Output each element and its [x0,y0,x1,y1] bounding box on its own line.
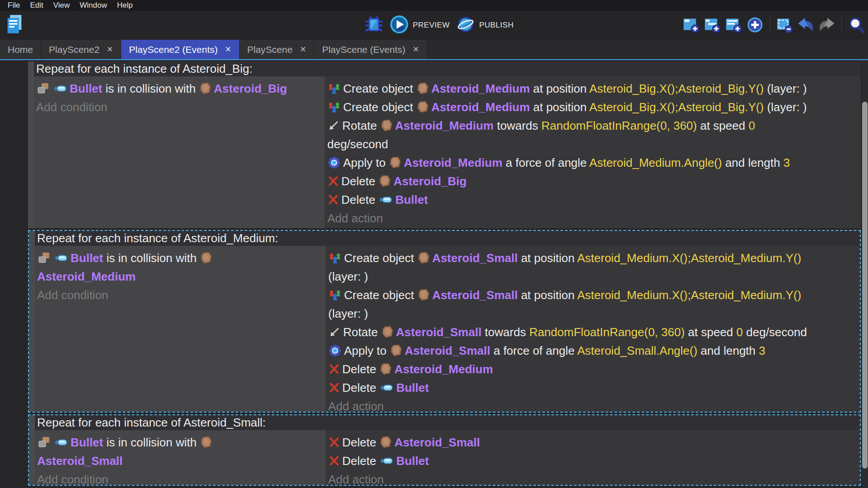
tab-playscene-events-[interactable]: PlayScene (Events)✕ [314,40,427,59]
event-header[interactable]: Repeat for each instance of Asteroid_Big… [34,61,861,76]
action-row[interactable]: Create object Asteroid_Medium at positio… [327,98,861,117]
tab-close-icon[interactable]: ✕ [107,46,113,53]
add-action-button[interactable]: Add action [328,470,860,485]
scrollbar-track[interactable] [862,60,868,488]
asteroid-icon [389,156,404,169]
action-row[interactable]: Delete Asteroid_Small [328,433,860,452]
menu-bar: FileEditViewWindowHelp [0,0,868,11]
action-row[interactable]: Delete Bullet [327,191,861,209]
action-row[interactable]: Create object Asteroid_Medium at positio… [327,80,861,98]
add-subevent-button[interactable] [703,16,722,34]
tab-home[interactable]: Home [0,40,41,59]
text: (layer: ) [328,307,368,320]
event-header[interactable]: Repeat for each instance of Asteroid_Sma… [35,415,860,430]
text: is in collision with [103,436,200,449]
text: Create object [344,288,417,302]
project-manager-button[interactable] [5,14,24,36]
tab-close-icon[interactable]: ✕ [300,46,306,53]
tab-playscene2-events-[interactable]: PlayScene2 (Events)✕ [121,40,239,59]
add-condition-button[interactable]: Add condition [37,470,326,485]
action-row[interactable]: (layer: ) [328,267,860,286]
action-row[interactable]: Delete Bullet [328,379,860,397]
add-event-button[interactable] [682,16,700,34]
text: Apply to [344,344,390,357]
text: at speed [697,119,748,132]
scrollbar-thumb[interactable] [862,102,868,469]
add-condition-button[interactable]: Add condition [37,286,326,305]
menu-item-window[interactable]: Window [75,0,112,11]
asteroid-icon [380,119,395,132]
preview-button[interactable]: PREVIEW [390,15,450,36]
action-row[interactable]: Apply to Asteroid_Medium a force of angl… [327,154,861,172]
publish-label: PUBLISH [479,21,514,30]
event-drag-handle[interactable] [29,231,35,412]
toolbar-separator [769,16,770,35]
text: at speed [685,325,736,339]
tab-playscene2[interactable]: PlayScene2✕ [41,40,121,59]
placeholder-label: Add condition [37,288,108,302]
add-condition-button[interactable]: Add condition [36,98,325,117]
action-row[interactable]: Delete Asteroid_Big [327,172,861,191]
tab-close-icon[interactable]: ✕ [225,46,231,53]
tab-label: PlayScene [247,44,292,55]
text: at position [530,100,590,114]
bullet-icon [378,193,395,206]
redo-button[interactable] [818,16,836,34]
condition-row[interactable]: Asteroid_Small [37,452,326,470]
add-comment-button[interactable] [725,16,743,34]
menu-item-view[interactable]: View [48,0,75,11]
debug-button[interactable] [364,16,383,35]
action-row[interactable]: deg/second [327,135,861,154]
action-row[interactable]: Apply to Asteroid_Small a force of angle… [328,342,860,360]
event-drag-handle[interactable] [29,415,35,485]
placeholder-label: Add action [327,211,383,225]
create-object-icon [328,288,344,302]
add-action-button[interactable]: Add action [327,209,861,228]
tab-playscene[interactable]: PlayScene✕ [240,40,315,59]
tab-close-icon[interactable]: ✕ [413,46,419,53]
add-action-button[interactable]: Add action [328,397,860,412]
action-row[interactable]: Delete Bullet [328,452,860,470]
action-row[interactable]: Create object Asteroid_Small at position… [328,249,860,267]
event-block[interactable]: Repeat for each instance of Asteroid_Med… [28,230,861,413]
menu-item-edit[interactable]: Edit [25,0,48,11]
action-row[interactable]: (layer: ) [328,305,860,323]
action-row[interactable]: Rotate Asteroid_Medium towards RandomFlo… [327,117,861,135]
expression: Asteroid_Big.X();Asteroid_Big.Y() [590,100,764,114]
menu-item-file[interactable]: File [3,0,25,11]
action-row[interactable]: Create object Asteroid_Small at position… [328,286,860,305]
undo-icon [797,16,815,35]
event-block[interactable]: Repeat for each instance of Asteroid_Sma… [28,414,861,486]
condition-row[interactable]: Bullet is in collision with Asteroid_Big [36,80,325,98]
text: (layer: ) [764,100,807,114]
asteroid-icon [417,251,432,265]
undo-button[interactable] [797,16,815,34]
expression: 0 [736,325,743,339]
text: (layer: ) [328,270,368,283]
expression: Asteroid_Medium.X();Asteroid_Medium.Y() [577,251,802,265]
action-row[interactable]: Rotate Asteroid_Small towards RandomFloa… [328,323,860,342]
add-other-event-button[interactable] [746,16,764,34]
menu-item-help[interactable]: Help [112,0,138,11]
delete-icon [328,381,342,394]
text: Delete [341,174,378,188]
asteroid-icon [378,174,393,188]
add-circle-icon [746,16,764,35]
clear-selection-button[interactable] [775,16,793,34]
text: towards [494,119,542,132]
condition-row[interactable]: Bullet is in collision with [37,249,326,267]
expression: 3 [759,344,765,357]
condition-row[interactable]: Bullet is in collision with [37,433,326,452]
condition-row[interactable]: Asteroid_Medium [37,267,326,286]
event-drag-handle[interactable] [28,61,34,228]
event-header[interactable]: Repeat for each instance of Asteroid_Med… [35,231,860,246]
action-row[interactable]: Delete Asteroid_Medium [328,360,860,379]
search-button[interactable] [847,16,865,34]
project-manager-icon [6,30,23,37]
event-block[interactable]: Repeat for each instance of Asteroid_Big… [28,61,861,228]
text: Delete [342,381,379,394]
tab-bar: HomePlayScene2✕PlayScene2 (Events)✕PlayS… [0,40,868,59]
actions-panel: Delete Asteroid_SmallDelete BulletAdd ac… [326,430,860,485]
publish-button[interactable]: PUBLISH [456,15,514,36]
object-name: Asteroid_Medium [395,119,494,132]
